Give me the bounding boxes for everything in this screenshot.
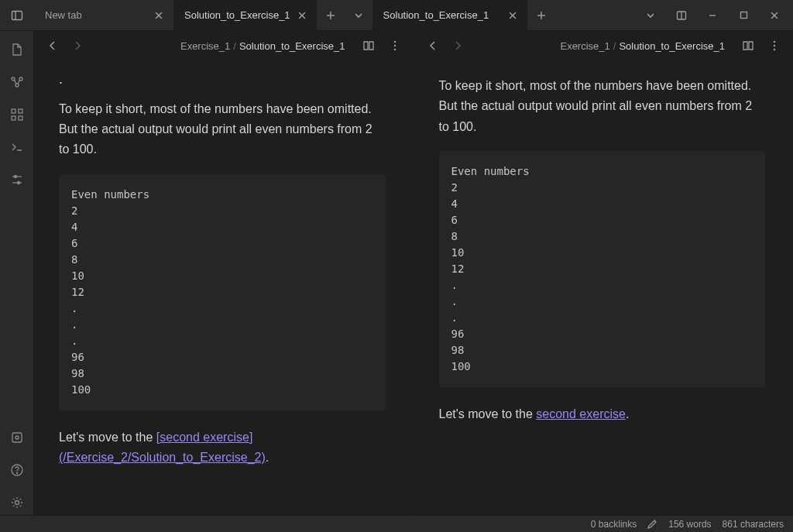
pane-left: Exercise_1 / Solution_to_Exercise_1 . To… bbox=[34, 31, 414, 515]
svg-rect-24 bbox=[19, 109, 22, 113]
svg-rect-25 bbox=[12, 116, 15, 120]
status-char-count[interactable]: 861 characters bbox=[723, 519, 784, 530]
svg-point-33 bbox=[15, 436, 19, 439]
svg-rect-26 bbox=[19, 116, 22, 120]
svg-point-41 bbox=[774, 45, 775, 46]
nav-forward-icon[interactable] bbox=[68, 36, 87, 55]
svg-point-38 bbox=[393, 45, 395, 46]
tab-label: Solution_to_Exercise_1 bbox=[383, 9, 501, 21]
pencil-icon[interactable] bbox=[647, 519, 657, 529]
breadcrumb-parent[interactable]: Exercise_1 bbox=[180, 40, 230, 52]
sidebar-toggle-icon[interactable] bbox=[0, 0, 34, 30]
minimize-button[interactable] bbox=[699, 5, 726, 26]
window-controls bbox=[632, 0, 793, 30]
pane-header: Exercise_1 / Solution_to_Exercise_1 bbox=[34, 31, 414, 60]
tab-overflow-chevron-icon[interactable] bbox=[345, 0, 372, 30]
svg-point-42 bbox=[774, 49, 775, 50]
text-period: . bbox=[626, 407, 629, 420]
svg-point-31 bbox=[17, 182, 19, 184]
close-icon[interactable] bbox=[506, 9, 520, 22]
markdown-link-bracket: ] bbox=[249, 431, 252, 444]
vault-icon[interactable] bbox=[5, 425, 29, 450]
more-options-icon[interactable] bbox=[386, 36, 404, 55]
status-word-count[interactable]: 156 words bbox=[668, 519, 711, 530]
svg-point-39 bbox=[393, 49, 395, 50]
tabs-right-group: Solution_to_Exercise_1 bbox=[372, 0, 555, 30]
nav-back-icon[interactable] bbox=[43, 36, 62, 55]
paragraph-with-link: Let's move to the second exercise. bbox=[439, 404, 766, 424]
tab-new-tab[interactable]: New tab bbox=[34, 0, 173, 30]
close-window-button[interactable] bbox=[760, 5, 788, 26]
editor-content-source[interactable]: . To keep it short, most of the numbers … bbox=[34, 60, 414, 515]
status-bar: 0 backlinks 156 words 861 characters bbox=[0, 515, 793, 532]
help-icon[interactable] bbox=[5, 458, 29, 482]
markdown-link-label[interactable]: second exercise bbox=[160, 431, 249, 444]
settings-icon[interactable] bbox=[5, 490, 29, 515]
svg-rect-15 bbox=[740, 12, 747, 19]
tabs-left-group: New tab Solution_to_Exercise_1 bbox=[34, 0, 372, 30]
panel-layout-icon[interactable] bbox=[668, 5, 695, 26]
text-period: . bbox=[266, 451, 269, 464]
paragraph: To keep it short, most of the numbers ha… bbox=[439, 76, 766, 137]
breadcrumb-current[interactable]: Solution_to_Exercise_1 bbox=[239, 40, 345, 52]
activity-bar bbox=[0, 31, 34, 515]
partial-content-indicator: . bbox=[59, 68, 386, 91]
pane-right: Exercise_1 / Solution_to_Exercise_1 To k… bbox=[414, 31, 794, 515]
title-bar: New tab Solution_to_Exercise_1 Solution_… bbox=[0, 0, 793, 31]
nav-forward-icon[interactable] bbox=[448, 36, 467, 55]
terminal-icon[interactable] bbox=[5, 135, 29, 160]
tab-solution-exercise-1[interactable]: Solution_to_Exercise_1 bbox=[173, 0, 317, 30]
file-icon[interactable] bbox=[5, 37, 29, 62]
svg-point-29 bbox=[14, 176, 16, 178]
svg-rect-0 bbox=[12, 11, 22, 19]
tab-label: New tab bbox=[45, 9, 147, 21]
breadcrumb-separator: / bbox=[613, 40, 616, 52]
editor-content-preview[interactable]: To keep it short, most of the numbers ha… bbox=[414, 60, 794, 515]
svg-point-36 bbox=[15, 501, 19, 505]
grid-icon[interactable] bbox=[5, 102, 29, 127]
text-prefix: Let's move to the bbox=[59, 431, 156, 444]
breadcrumb-parent[interactable]: Exercise_1 bbox=[560, 40, 609, 52]
code-block: Even numbers 2 4 6 8 10 12 . . . 96 98 1… bbox=[59, 174, 386, 410]
chevron-down-icon[interactable] bbox=[637, 5, 664, 26]
nav-back-icon[interactable] bbox=[424, 36, 442, 55]
reading-mode-icon[interactable] bbox=[359, 36, 378, 55]
status-backlinks[interactable]: 0 backlinks bbox=[591, 519, 637, 530]
new-tab-button-right[interactable] bbox=[527, 0, 555, 30]
maximize-button[interactable] bbox=[729, 5, 757, 26]
markdown-link-url[interactable]: (/Exercise_2/Solution_to_Exercise_2) bbox=[59, 451, 266, 464]
close-icon[interactable] bbox=[295, 9, 309, 22]
breadcrumb[interactable]: Exercise_1 / Solution_to_Exercise_1 bbox=[473, 40, 726, 52]
svg-rect-32 bbox=[12, 433, 22, 442]
svg-point-35 bbox=[16, 473, 17, 474]
internal-link[interactable]: second exercise bbox=[536, 407, 626, 420]
editor-panes: Exercise_1 / Solution_to_Exercise_1 . To… bbox=[34, 31, 793, 515]
close-icon[interactable] bbox=[152, 9, 166, 22]
tab-solution-exercise-1-right[interactable]: Solution_to_Exercise_1 bbox=[372, 0, 527, 30]
svg-point-37 bbox=[393, 41, 395, 43]
reading-mode-icon[interactable] bbox=[739, 36, 757, 55]
tab-label: Solution_to_Exercise_1 bbox=[184, 9, 290, 21]
pane-header: Exercise_1 / Solution_to_Exercise_1 bbox=[414, 31, 794, 60]
new-tab-button[interactable] bbox=[317, 0, 345, 30]
breadcrumb-current[interactable]: Solution_to_Exercise_1 bbox=[619, 40, 725, 52]
graph-icon[interactable] bbox=[5, 70, 29, 94]
svg-line-22 bbox=[18, 80, 20, 84]
breadcrumb[interactable]: Exercise_1 / Solution_to_Exercise_1 bbox=[93, 40, 345, 52]
code-block: Even numbers 2 4 6 8 10 12 . . . 96 98 1… bbox=[439, 151, 766, 387]
svg-line-21 bbox=[14, 80, 16, 84]
svg-rect-23 bbox=[12, 109, 15, 113]
more-options-icon[interactable] bbox=[765, 36, 784, 55]
svg-point-40 bbox=[774, 41, 775, 43]
slider-icon[interactable] bbox=[5, 167, 29, 192]
text-prefix: Let's move to the bbox=[439, 407, 537, 420]
breadcrumb-separator: / bbox=[233, 40, 236, 52]
paragraph: To keep it short, most of the numbers ha… bbox=[59, 99, 386, 160]
main-area: Exercise_1 / Solution_to_Exercise_1 . To… bbox=[0, 31, 793, 515]
paragraph-with-link: Let's move to the [second exercise](/Exe… bbox=[59, 427, 386, 469]
